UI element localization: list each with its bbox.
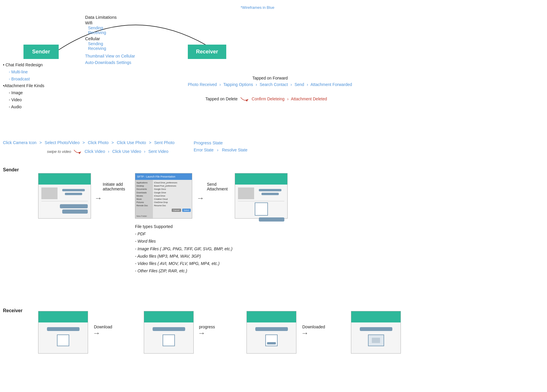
receiver-flow-line1: Photo Received › Tapping Options › Searc…: [188, 82, 352, 87]
feature-bullet1: • Chat Field Redesign: [3, 62, 44, 69]
initiate-label: Initiate add attachments: [103, 182, 125, 191]
thumbnail-view[interactable]: Thumbnail View on Cellular: [85, 54, 135, 58]
receiver-label: Receiver: [3, 308, 23, 313]
flow-arrow2: >: [82, 140, 85, 145]
sender-label: Sender: [3, 167, 19, 173]
sender-box: Sender: [23, 45, 59, 59]
attachment-forwarded[interactable]: Attachment Forwarded: [310, 82, 352, 87]
wifi-label: Wifi: [85, 20, 135, 25]
sent-video[interactable]: Sent Video: [148, 149, 168, 154]
receiver-arrow2: →: [198, 329, 205, 338]
file-types-title: File types Supported: [135, 223, 232, 230]
click-use-video[interactable]: Click Use Video: [112, 149, 141, 154]
camera-flow: Click Camera Icon > Select Photo/Video >…: [3, 140, 175, 145]
progress-state[interactable]: Progress State: [194, 140, 247, 145]
confirm-deleting[interactable]: Confirm Deleteing: [252, 97, 285, 101]
receiver-arrow3: →: [301, 329, 309, 338]
receiver-role-label: Receiver: [188, 45, 226, 59]
cellular-label: Cellular: [85, 36, 135, 41]
swipe-arrow-icon: [73, 149, 82, 154]
cellular-sending: Sending: [88, 41, 135, 46]
receiver-mockup-2: [144, 311, 194, 354]
feature-image: - Image: [9, 89, 44, 97]
sender-arrow1: →: [94, 194, 102, 203]
feature-broadcast[interactable]: - Broadcast: [9, 76, 44, 83]
click-camera-icon[interactable]: Click Camera Icon: [3, 140, 36, 145]
tapped-forward-label: Tapped on Forward: [252, 76, 288, 80]
data-limitations-section: Data Limitations Wifi Sending Receiving …: [85, 15, 135, 65]
receiver-mockup-3: [247, 311, 296, 354]
select-photo-video[interactable]: Select Photo/Video: [45, 140, 80, 145]
file-type-video: - Video files ( AVI, MOV, FLV, MPG, MP4,…: [135, 260, 232, 267]
file-type-word: - Word files: [135, 238, 232, 245]
photo-received[interactable]: Photo Received: [188, 82, 217, 87]
feature-audio: - Audio: [9, 104, 44, 111]
click-video[interactable]: Click Video: [85, 149, 105, 154]
receiver-arrow1: →: [93, 329, 100, 338]
file-type-other: - Other Files (ZIP, RAR, etc.): [135, 267, 232, 275]
wifi-sending: Sending: [88, 26, 135, 30]
attachment-deleted[interactable]: Attachment Deleted: [291, 97, 327, 101]
sent-photo[interactable]: Sent Photo: [154, 140, 175, 145]
tapping-options[interactable]: Tapping Options: [223, 82, 253, 87]
sender-role-label: Sender: [23, 45, 59, 59]
file-types-section: File types Supported - PDF - Word files …: [135, 223, 232, 275]
auto-downloads[interactable]: Auto-Downloads Settings: [85, 60, 135, 65]
send-step[interactable]: Send: [295, 82, 304, 87]
sender-mockup-3: [235, 173, 288, 219]
sender-arrow2: →: [197, 194, 204, 203]
search-contact[interactable]: Search Contact: [260, 82, 288, 87]
file-type-image: - Image Files ( JPG, PNG, TIFF, GIF, SVG…: [135, 245, 232, 253]
tapped-delete-label: Tapped on Delete Confirm Deleteing › Att…: [205, 96, 327, 102]
receiver-mockup-1: [38, 311, 88, 354]
sender-mockup-1: [38, 173, 91, 219]
data-limitations-title: Data Limitations: [85, 15, 135, 20]
states-section: Progress State Error State › Resolve Sta…: [194, 140, 247, 152]
receiver-mockup-4: [351, 311, 401, 354]
sender-features: • Chat Field Redesign - Multi-line - Bro…: [3, 62, 44, 111]
flow-arrow4: >: [149, 140, 151, 145]
feature-bullet2: •Attachment File Kinds: [3, 82, 44, 89]
file-type-audio: - Audio files (MP3, MP4, WAV, 3GP): [135, 253, 232, 260]
flow-arrow3: >: [112, 140, 114, 145]
click-use-photo[interactable]: Click Use Photo: [117, 140, 146, 145]
swipe-video-flow: swipe to video Click Video › Click Use V…: [47, 149, 168, 154]
feature-video: - Video: [9, 97, 44, 104]
flow-arrow1: >: [39, 140, 42, 145]
swipe-label: swipe to video: [47, 149, 71, 154]
send-attachment-label: Send Attachment: [207, 182, 228, 191]
wifi-receiving: Receiving: [88, 30, 135, 35]
file-type-pdf: - PDF: [135, 230, 232, 238]
delete-arrow-icon: [240, 96, 249, 102]
error-state[interactable]: Error State: [194, 148, 214, 152]
click-photo[interactable]: Click Photo: [88, 140, 109, 145]
cellular-receiving: Receiving: [88, 46, 135, 51]
resolve-state[interactable]: Resolve State: [222, 148, 247, 152]
feature-multiline[interactable]: - Multi-line: [9, 69, 44, 76]
wireframes-note: *Wireframes in Blue: [241, 5, 274, 10]
sender-mockup-2: SFTP - Launch File Presentation Applicat…: [135, 173, 192, 219]
receiver-box: Receiver: [188, 45, 226, 59]
